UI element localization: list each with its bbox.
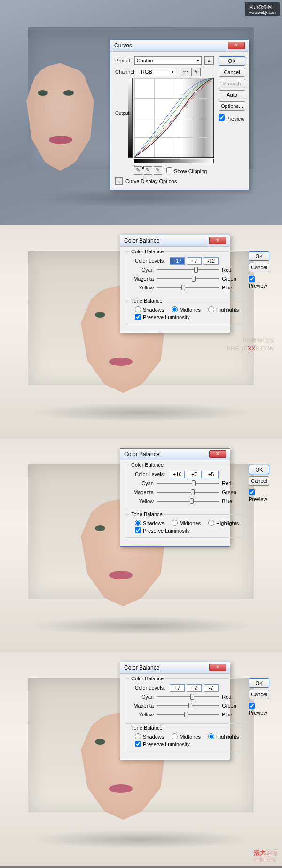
green-label: Green [222, 489, 239, 495]
ok-button[interactable]: OK [249, 251, 269, 261]
group-label: Color Balance [129, 676, 165, 681]
curve-paths [134, 78, 213, 157]
close-icon[interactable]: × [209, 664, 226, 671]
color-balance-group: Color Balance Color Levels: Cyan [125, 251, 244, 297]
green-label: Green [222, 276, 239, 282]
cancel-button[interactable]: Cancel [219, 68, 245, 77]
tutorial-step-colorbalance-3: 活力盒子OLIHE.com Color Balance × Color Bala… [0, 652, 282, 866]
watermark-olihe: 活力盒子OLIHE.com [254, 849, 278, 862]
yellow-label: Yellow [130, 498, 154, 504]
level-magenta-green-input[interactable] [187, 257, 202, 265]
yellow-blue-slider[interactable] [157, 497, 219, 505]
cyan-red-slider[interactable] [157, 693, 219, 700]
preview-check[interactable]: Preview [249, 703, 269, 716]
magenta-green-slider[interactable] [157, 275, 219, 282]
tutorial-step-curves: 网页教学网 www.webjx.com Curves × Preset: Cus… [0, 0, 282, 225]
dialog-titlebar[interactable]: Color Balance × [120, 449, 230, 460]
watermark-text: 网页教学网 [249, 4, 276, 10]
magenta-green-slider[interactable] [157, 702, 219, 709]
midtones-radio[interactable]: Midtones [172, 520, 201, 526]
level-yellow-blue-input[interactable] [204, 684, 219, 692]
level-cyan-red-input[interactable] [170, 471, 185, 478]
cyan-red-slider[interactable] [157, 480, 219, 487]
dialog-titlebar[interactable]: Curves × [110, 40, 249, 52]
shadows-radio[interactable]: Shadows [135, 306, 164, 312]
level-yellow-blue-input[interactable] [204, 471, 219, 478]
highlights-radio[interactable]: Highlights [208, 306, 239, 312]
color-balance-group: Color Balance Color Levels: Cyan [125, 678, 244, 724]
magenta-green-slider[interactable] [157, 488, 219, 496]
curve-editor[interactable]: Output: Input: [134, 78, 214, 163]
magenta-label: Magenta [130, 489, 154, 495]
cancel-button[interactable]: Cancel [249, 476, 269, 486]
channel-label: Channel: [115, 69, 136, 75]
input-gradient [134, 159, 214, 163]
highlights-radio[interactable]: Highlights [208, 733, 239, 739]
close-icon[interactable]: × [228, 42, 245, 49]
watermark-top: 网页教学网 www.webjx.com [245, 2, 280, 16]
tone-balance-group: Tone Balance Shadows Midtones Highlights [125, 514, 244, 538]
color-levels-label: Color Levels: [135, 472, 165, 477]
close-icon[interactable]: × [209, 450, 226, 458]
preset-combo[interactable]: Custom [134, 56, 202, 65]
cyan-red-slider[interactable] [157, 266, 219, 274]
group-label: Tone Balance [129, 511, 164, 517]
preset-menu-icon[interactable]: ≡ [204, 56, 214, 65]
level-magenta-green-input[interactable] [187, 684, 202, 692]
cancel-button[interactable]: Cancel [249, 690, 269, 699]
green-label: Green [222, 703, 239, 708]
dialog-title: Color Balance [124, 237, 159, 244]
preserve-luminosity-check[interactable]: Preserve Luminosity [135, 527, 239, 533]
channel-combo[interactable]: RGB [139, 68, 176, 76]
blue-label: Blue [222, 285, 239, 290]
ok-button[interactable]: OK [249, 678, 269, 688]
level-cyan-red-input[interactable] [170, 257, 185, 265]
ok-button[interactable]: OK [219, 56, 245, 66]
magenta-label: Magenta [130, 276, 154, 282]
curve-grid[interactable] [134, 78, 214, 158]
blue-label: Blue [222, 712, 239, 717]
level-cyan-red-input[interactable] [170, 684, 185, 692]
midtones-radio[interactable]: Midtones [172, 306, 201, 312]
color-balance-group: Color Balance Color Levels: Cyan [125, 465, 244, 510]
tone-balance-group: Tone Balance Shadows Midtones Highlights [125, 728, 244, 751]
preview-check[interactable]: Preview [219, 114, 245, 122]
watermark-forum: PS教程论坛 BBS.16XX8.COM [227, 336, 275, 352]
show-clipping-check[interactable]: Show Clipping [166, 167, 207, 174]
yellow-blue-slider[interactable] [157, 284, 219, 291]
preview-check[interactable]: Preview [249, 276, 269, 289]
tone-balance-group: Tone Balance Shadows Midtones Highlights [125, 301, 244, 324]
expand-icon[interactable]: ⌄ [115, 177, 123, 185]
highlights-radio[interactable]: Highlights [208, 520, 239, 526]
preserve-luminosity-check[interactable]: Preserve Luminosity [135, 314, 239, 320]
yellow-blue-slider[interactable] [157, 711, 219, 718]
cyan-label: Cyan [130, 480, 154, 486]
dialog-titlebar[interactable]: Color Balance × [120, 662, 230, 674]
close-icon[interactable]: × [209, 237, 226, 244]
color-balance-dialog: Color Balance × Color Balance Color Leve… [120, 662, 230, 760]
curve-tool-icon[interactable]: 〰 [181, 68, 190, 76]
ok-button[interactable]: OK [249, 465, 269, 474]
shadows-radio[interactable]: Shadows [135, 520, 164, 526]
dialog-title: Curves [114, 42, 132, 49]
midtones-radio[interactable]: Midtones [172, 733, 201, 739]
smooth-button[interactable]: Smooth [219, 79, 245, 88]
output-label: Output: [115, 111, 131, 116]
auto-button[interactable]: Auto [219, 90, 245, 99]
preview-check[interactable]: Preview [249, 489, 269, 502]
dialog-titlebar[interactable]: Color Balance × [120, 235, 230, 247]
pencil-tool-icon[interactable]: ✎ [191, 68, 201, 76]
cyan-label: Cyan [130, 267, 154, 273]
options-button[interactable]: Options... [219, 101, 245, 111]
color-balance-dialog: Color Balance × Color Balance Color Leve… [120, 235, 230, 333]
white-point-eyedropper-icon[interactable] [154, 166, 162, 175]
level-yellow-blue-input[interactable] [204, 257, 219, 265]
gray-point-eyedropper-icon[interactable] [144, 166, 152, 175]
black-point-eyedropper-icon[interactable] [134, 166, 142, 175]
cancel-button[interactable]: Cancel [249, 263, 269, 272]
preserve-luminosity-check[interactable]: Preserve Luminosity [135, 741, 239, 747]
magenta-label: Magenta [130, 703, 154, 708]
level-magenta-green-input[interactable] [187, 471, 202, 478]
tutorial-step-colorbalance-2: Color Balance × Color Balance Color Leve… [0, 439, 282, 652]
shadows-radio[interactable]: Shadows [135, 733, 164, 739]
